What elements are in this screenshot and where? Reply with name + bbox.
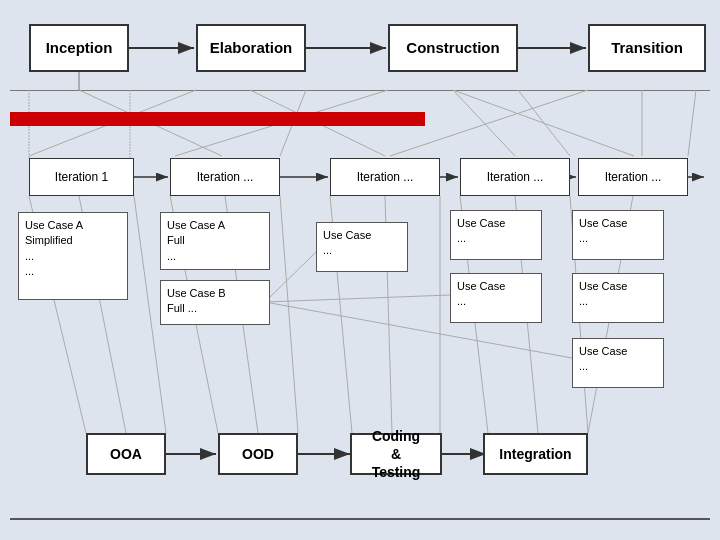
usecase-d: Use Case... [450,210,542,260]
svg-line-15 [453,90,515,156]
top-line [10,90,710,91]
iteration-1: Iteration 1 [29,158,134,196]
svg-line-12 [688,90,696,156]
svg-line-37 [280,196,298,433]
ood-box: OOD [218,433,298,475]
usecase-f: Use Case... [572,210,664,260]
iteration-2: Iteration ... [170,158,280,196]
integration-box: Integration [483,433,588,475]
iteration-3: Iteration ... [330,158,440,196]
main-container: Inception Elaboration Construction Trans… [0,0,720,540]
usecase-a-simplified: Use Case ASimplified...... [18,212,128,300]
red-bar [10,112,425,126]
ooa-box: OOA [86,433,166,475]
iteration-5: Iteration ... [578,158,688,196]
bottom-line [10,518,710,520]
construction-phase: Construction [388,24,518,72]
usecase-e: Use Case... [450,273,542,323]
usecase-a-full: Use Case AFull... [160,212,270,270]
svg-line-10 [518,90,570,156]
coding-testing-box: Coding &Testing [350,433,442,475]
svg-line-23 [265,252,316,302]
inception-phase: Inception [29,24,129,72]
usecase-h: Use Case... [572,338,664,388]
usecase-g: Use Case... [572,273,664,323]
transition-phase: Transition [588,24,706,72]
svg-line-16 [453,90,634,156]
usecase-c: Use Case... [316,222,408,272]
svg-line-24 [265,295,450,302]
iteration-4: Iteration ... [460,158,570,196]
elaboration-phase: Elaboration [196,24,306,72]
usecase-b-full: Use Case BFull ... [160,280,270,325]
